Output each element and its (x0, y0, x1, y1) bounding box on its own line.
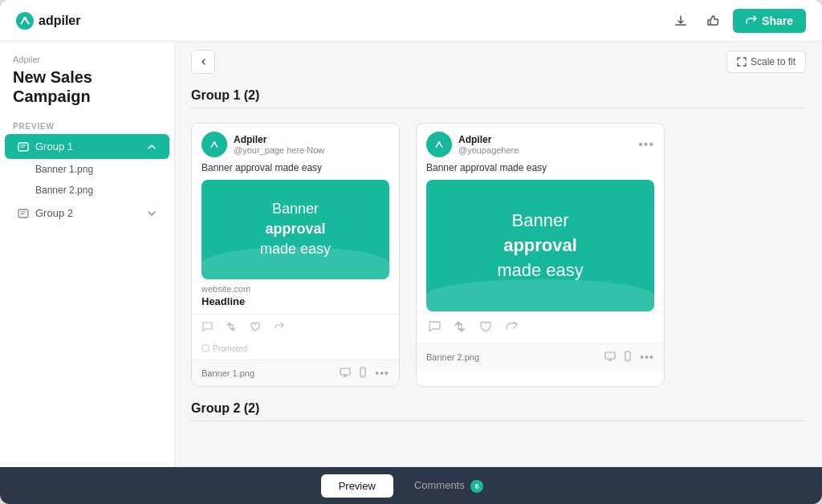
post-card-2: Adpiler @youpagehere ••• Banner approval… (416, 123, 665, 387)
post-card2-avatar (426, 132, 452, 157)
logo-icon (16, 12, 34, 30)
post-card1-actions (192, 314, 399, 341)
sidebar-campaign-title: New Sales Campaign (0, 67, 174, 116)
card2-comment-icon[interactable] (428, 320, 441, 335)
like-button[interactable] (701, 9, 725, 33)
chevron-down-icon (147, 209, 157, 218)
post-card2-actions (417, 311, 664, 343)
download-icon (673, 14, 688, 28)
svg-rect-12 (605, 352, 615, 359)
svg-point-1 (23, 17, 26, 20)
desktop-icon[interactable] (340, 367, 351, 378)
comments-tab[interactable]: Comments 6 (397, 474, 501, 498)
card1-footer-label: Banner 1.png (201, 368, 254, 378)
comment-icon[interactable] (201, 321, 213, 335)
post-card2-banner: Banner approval made easy (426, 180, 654, 311)
share-label: Share (762, 14, 793, 27)
post-card2-more-btn[interactable]: ••• (638, 137, 654, 152)
preview-tab[interactable]: Preview (321, 474, 393, 498)
logo-text: adpiler (39, 14, 80, 28)
card2-more-dots[interactable]: ••• (640, 351, 654, 364)
svg-rect-7 (340, 368, 350, 375)
cards-row: Adpiler @your_page here·Now Banner appro… (191, 123, 806, 387)
content-toolbar: Scale to fit (175, 42, 822, 82)
post-card1-user-info: Adpiler @your_page here·Now (234, 134, 389, 155)
banner1-wave (201, 247, 389, 279)
scale-to-fit-button[interactable]: Scale to fit (726, 51, 806, 73)
retweet-icon[interactable] (226, 321, 237, 335)
app-window: adpiler Share Adpiler (0, 0, 822, 504)
adpiler-avatar-icon (207, 137, 222, 152)
scale-icon (737, 57, 747, 67)
sidebar-banner1[interactable]: Banner 1.png (0, 159, 174, 180)
card2-like-icon[interactable] (479, 320, 492, 335)
svg-point-5 (214, 142, 216, 144)
group2-label: Group 2 (35, 207, 73, 219)
post-card-1: Adpiler @your_page here·Now Banner appro… (191, 123, 400, 387)
post-card1-promoted: Promoted (192, 341, 399, 360)
card2-footer-label: Banner 2.png (426, 352, 479, 362)
desktop2-icon[interactable] (604, 351, 616, 362)
bottom-bar: Preview Comments 6 (0, 467, 822, 504)
group2-icon (18, 208, 29, 219)
post-card2-username: Adpiler (458, 134, 632, 145)
card1-footer-icons: ••• (340, 367, 389, 380)
post-card1-username: Adpiler (234, 134, 389, 145)
back-button[interactable] (191, 50, 215, 74)
svg-point-9 (362, 375, 364, 376)
svg-point-11 (438, 142, 441, 144)
banner2-wave (426, 279, 654, 311)
thumbs-up-icon (706, 14, 720, 28)
post-card1-link: website.com (192, 279, 399, 295)
adpiler-avatar2-icon (432, 137, 446, 152)
post-card1-body: Banner approval made easy (192, 162, 399, 180)
logo: adpiler (16, 12, 80, 30)
sidebar-brand: Adpiler (0, 55, 174, 67)
svg-point-10 (432, 137, 446, 152)
post-card2-header: Adpiler @youpagehere ••• (417, 124, 664, 162)
share-icon (746, 15, 757, 26)
group2-heading: Group 2 (2) (191, 395, 806, 421)
group-icon (18, 141, 29, 152)
card2-footer-icons: ••• (604, 351, 654, 364)
post-card2-handle: @youpagehere (458, 145, 632, 155)
content-area: Scale to fit Group 1 (2) (175, 42, 822, 467)
card1-more-btn[interactable]: ••• (375, 367, 389, 380)
chevron-up-icon (147, 142, 157, 152)
download-button[interactable] (669, 9, 693, 33)
like-icon[interactable] (250, 321, 261, 335)
sidebar: Adpiler New Sales Campaign PREVIEW Group… (0, 42, 175, 467)
svg-point-0 (16, 12, 34, 30)
group1-label: Group 1 (35, 140, 73, 152)
post-card1-footer: Banner 1.png ••• (192, 360, 399, 386)
main-body: Adpiler New Sales Campaign PREVIEW Group… (0, 42, 822, 467)
post-card2-footer: Banner 2.png ••• (417, 343, 664, 370)
group1-heading: Group 1 (2) (191, 82, 806, 108)
svg-rect-6 (202, 345, 209, 352)
back-arrow-icon (199, 58, 207, 66)
share-action-icon[interactable] (274, 321, 285, 335)
sidebar-group1[interactable]: Group 1 (5, 134, 169, 159)
post-card1-handle: @your_page here·Now (234, 145, 389, 155)
svg-point-4 (207, 137, 222, 152)
post-card2-user-info: Adpiler @youpagehere (458, 134, 632, 155)
comments-badge: 6 (470, 480, 483, 493)
card2-retweet-icon[interactable] (454, 320, 466, 335)
svg-point-14 (627, 360, 629, 361)
card2-share-icon[interactable] (505, 320, 518, 335)
banner2-text: Banner approval made easy (446, 209, 635, 282)
sidebar-group2[interactable]: Group 2 (5, 201, 169, 226)
post-card1-avatar (201, 132, 227, 157)
post-card1-headline: Headline (192, 295, 399, 314)
promoted-icon (201, 344, 210, 352)
top-bar: adpiler Share (0, 0, 822, 42)
sidebar-banner2[interactable]: Banner 2.png (0, 180, 174, 201)
post-card2-body: Banner approval made easy (417, 162, 664, 180)
share-button[interactable]: Share (733, 9, 806, 33)
mobile-icon[interactable] (357, 367, 368, 378)
sidebar-preview-label: PREVIEW (0, 116, 174, 134)
mobile2-icon[interactable] (622, 351, 633, 362)
post-card1-header: Adpiler @your_page here·Now (192, 124, 399, 162)
scale-label: Scale to fit (751, 56, 796, 67)
top-bar-actions: Share (669, 9, 806, 33)
